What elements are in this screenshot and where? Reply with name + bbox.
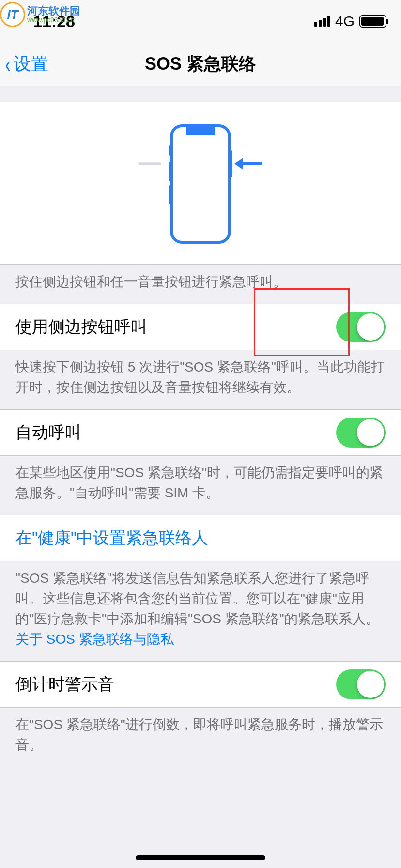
auto-call-label: 自动呼叫 (15, 421, 81, 444)
watermark-logo-icon: IT (0, 2, 25, 27)
countdown-sound-label: 倒计时警示音 (15, 673, 114, 696)
network-label: 4G (335, 13, 355, 30)
countdown-sound-toggle[interactable] (336, 669, 386, 699)
chevron-left-icon: ‹ (5, 53, 10, 76)
home-indicator[interactable] (136, 855, 265, 860)
svg-rect-5 (230, 150, 232, 177)
phone-illustration-icon (138, 121, 263, 247)
back-button[interactable]: ‹ 设置 (4, 43, 48, 86)
watermark-url: www.pc0359.cn (27, 16, 80, 23)
health-contacts-label: 在"健康"中设置紧急联络人 (15, 527, 208, 549)
cell-side-button-call[interactable]: 使用侧边按钮呼叫 (0, 304, 401, 350)
auto-call-footer: 在某些地区使用"SOS 紧急联络"时，可能仍需指定要呼叫的紧急服务。"自动呼叫"… (0, 456, 401, 515)
battery-icon (359, 15, 386, 28)
page-title: SOS 紧急联络 (145, 52, 256, 76)
svg-rect-2 (169, 145, 171, 156)
side-button-call-label: 使用侧边按钮呼叫 (15, 316, 147, 338)
svg-marker-7 (234, 158, 243, 170)
side-button-footer: 快速按下侧边按钮 5 次进行"SOS 紧急联络"呼叫。当此功能打开时，按住侧边按… (0, 350, 401, 409)
svg-rect-4 (169, 185, 171, 204)
back-label: 设置 (14, 52, 48, 76)
nav-bar: ‹ 设置 SOS 紧急联络 (0, 43, 401, 86)
hero-caption: 按住侧边按钮和任一音量按钮进行紧急呼叫。 (0, 265, 401, 304)
countdown-footer: 在"SOS 紧急联络"进行倒数，即将呼叫紧急服务时，播放警示音。 (0, 708, 401, 767)
health-contacts-footer: "SOS 紧急联络"将发送信息告知紧急联系人您进行了紧急呼叫。这些信息还将包含您… (0, 561, 401, 661)
auto-call-toggle[interactable] (336, 418, 386, 448)
hero-illustration (0, 102, 401, 265)
cell-auto-call[interactable]: 自动呼叫 (0, 409, 401, 456)
cell-countdown-sound[interactable]: 倒计时警示音 (0, 661, 401, 708)
watermark-title: 河东软件园 (27, 6, 80, 16)
cell-health-contacts[interactable]: 在"健康"中设置紧急联络人 (0, 515, 401, 561)
svg-rect-0 (171, 126, 230, 242)
svg-rect-3 (169, 162, 171, 181)
svg-rect-1 (186, 126, 215, 135)
watermark: IT 河东软件园 www.pc0359.cn (0, 2, 80, 27)
privacy-link[interactable]: 关于 SOS 紧急联络与隐私 (15, 632, 174, 647)
signal-icon (314, 16, 330, 27)
side-button-call-toggle[interactable] (336, 312, 386, 342)
